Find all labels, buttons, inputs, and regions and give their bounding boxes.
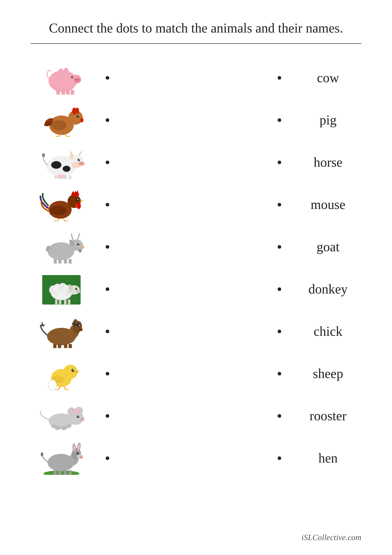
svg-rect-97 <box>64 344 67 348</box>
right-dot-6 <box>264 287 295 291</box>
dot <box>278 161 281 164</box>
svg-point-9 <box>72 76 73 77</box>
animal-name-hen: hen <box>295 451 361 466</box>
svg-point-65 <box>78 243 79 244</box>
svg-point-82 <box>76 290 80 293</box>
svg-point-40 <box>82 163 83 164</box>
svg-point-51 <box>75 203 78 208</box>
svg-point-135 <box>78 452 79 453</box>
svg-point-36 <box>78 159 80 161</box>
left-dot-10 <box>92 456 123 460</box>
svg-point-141 <box>41 452 43 456</box>
svg-rect-45 <box>69 175 72 179</box>
dot <box>278 118 281 122</box>
animal-name-goat: goat <box>295 239 361 254</box>
table-row: cow <box>31 57 361 99</box>
page: Connect the dots to match the animals an… <box>0 0 392 555</box>
svg-rect-87 <box>68 299 70 305</box>
svg-line-26 <box>65 134 67 137</box>
page-title: Connect the dots to match the animals an… <box>31 20 361 36</box>
animal-image-chick <box>31 357 92 390</box>
footer-credit: iSLCollective.com <box>301 533 361 542</box>
svg-line-108 <box>66 389 69 390</box>
table-row: mouse <box>31 183 361 226</box>
svg-line-35 <box>79 151 81 155</box>
svg-point-94 <box>79 328 83 331</box>
svg-point-39 <box>80 163 81 164</box>
svg-point-125 <box>66 424 71 428</box>
left-dot-4 <box>92 203 123 206</box>
svg-point-92 <box>78 325 80 327</box>
dot <box>278 372 281 375</box>
animal-name-pig: pig <box>295 112 361 128</box>
animal-image-sheep <box>31 273 92 306</box>
left-dot-1 <box>92 76 123 80</box>
right-dot-3 <box>264 161 295 164</box>
dot <box>278 414 281 418</box>
left-dot-2 <box>92 118 123 122</box>
table-row: donkey <box>31 268 361 310</box>
svg-point-66 <box>78 245 84 249</box>
svg-rect-98 <box>69 344 72 348</box>
dot <box>106 414 109 418</box>
table-row: pig <box>31 99 361 141</box>
animal-name-sheep: sheep <box>295 366 361 381</box>
svg-rect-12 <box>66 90 70 95</box>
dot <box>278 203 281 206</box>
dot <box>106 161 109 164</box>
animal-name-rooster: rooster <box>295 408 361 423</box>
table-row: hen <box>31 437 361 479</box>
dot <box>278 456 281 460</box>
svg-point-115 <box>76 409 81 414</box>
svg-line-105 <box>58 386 60 390</box>
dot <box>106 330 109 333</box>
left-dot-5 <box>92 245 123 249</box>
svg-point-47 <box>42 153 45 157</box>
svg-point-55 <box>50 206 67 215</box>
animal-name-donkey: donkey <box>295 281 361 297</box>
svg-point-116 <box>77 415 79 418</box>
animal-image-horse <box>31 315 92 348</box>
svg-line-57 <box>63 218 65 221</box>
dot <box>106 118 109 122</box>
svg-point-117 <box>78 416 79 417</box>
left-dot-8 <box>92 372 123 375</box>
svg-line-59 <box>65 221 69 221</box>
divider <box>31 43 361 44</box>
svg-rect-69 <box>64 259 67 264</box>
dot <box>106 456 109 460</box>
right-dot-4 <box>264 203 295 206</box>
svg-point-21 <box>80 118 83 122</box>
dot <box>278 287 281 291</box>
svg-point-114 <box>69 409 74 414</box>
animal-name-cow: cow <box>295 70 361 85</box>
dot <box>106 203 109 206</box>
svg-point-7 <box>78 79 79 81</box>
svg-point-22 <box>51 120 67 130</box>
left-dot-9 <box>92 414 123 418</box>
svg-point-54 <box>77 199 78 200</box>
svg-point-103 <box>73 369 74 370</box>
svg-rect-70 <box>69 259 72 264</box>
svg-point-81 <box>77 288 77 289</box>
svg-point-17 <box>75 108 79 114</box>
svg-line-56 <box>58 218 59 221</box>
svg-line-27 <box>56 136 59 137</box>
animal-image-rooster <box>31 188 92 221</box>
svg-point-41 <box>70 153 74 160</box>
table-row: sheep <box>31 352 361 395</box>
animal-name-mouse: mouse <box>295 197 361 212</box>
svg-point-38 <box>78 161 84 166</box>
dot <box>278 245 281 249</box>
svg-point-31 <box>63 166 70 172</box>
dot <box>278 330 281 333</box>
svg-point-142 <box>80 456 83 458</box>
animal-image-pig <box>31 61 92 95</box>
svg-rect-137 <box>54 470 57 475</box>
dot <box>278 76 281 80</box>
svg-rect-96 <box>58 344 61 348</box>
right-dot-2 <box>264 118 295 122</box>
svg-rect-11 <box>61 90 65 95</box>
svg-line-107 <box>55 389 58 390</box>
svg-point-37 <box>79 159 80 160</box>
